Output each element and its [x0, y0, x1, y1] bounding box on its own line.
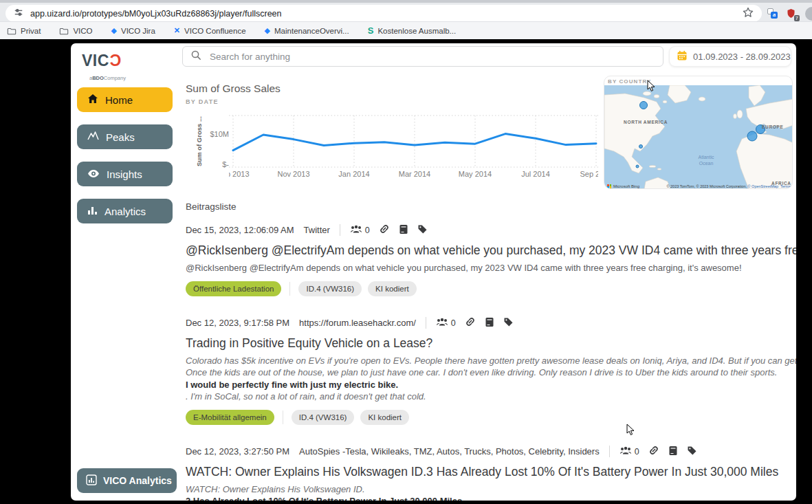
analytics-box-icon — [86, 474, 97, 487]
chart-title: Sum of Gross Sales — [186, 83, 281, 95]
x-tick-label: Jan 2014 — [327, 170, 382, 178]
x-tick-label: May 2014 — [448, 170, 503, 178]
bookmark-maintenance[interactable]: ◆ MaintenanceOvervi... — [265, 26, 349, 35]
people-count: 0 — [365, 226, 370, 235]
browser-chrome: app.uizard.io/prototypes/bM0yoLjx03uRdz6… — [0, 0, 812, 39]
map-bubble-france[interactable] — [747, 131, 757, 141]
post-excerpt: @RickIsenberg @ElectrifyAm depends on wh… — [186, 262, 796, 274]
x-tick-label: Nov 2013 — [266, 170, 321, 178]
post-source[interactable]: https://forum.leasehackr.com/ — [299, 318, 416, 328]
post-title[interactable]: Trading in Positive Equity Vehicle on a … — [186, 336, 796, 351]
date-range-picker[interactable]: 01.09.2023 - 28.09.2023 — [669, 46, 791, 67]
bookmark-star-icon[interactable] — [743, 7, 754, 21]
post-tags: Öffentliche Ladestation ID.4 (VW316) KI … — [186, 281, 796, 296]
diamond-icon: ◆ — [265, 26, 270, 35]
sidebar-item-insights[interactable]: Insights — [77, 162, 173, 186]
post-excerpt: . I'm in SoCal, so not a lot of rain, an… — [186, 391, 796, 402]
bookmark-vico[interactable]: VICO — [59, 27, 92, 35]
sidebar-item-home[interactable]: Home — [77, 87, 173, 112]
peaks-icon — [87, 131, 99, 143]
divider — [426, 317, 426, 329]
jira-diamond-icon: ◆ — [111, 26, 117, 35]
post-excerpt: WATCH: Owner Explains His Volkswagen ID. — [186, 483, 796, 495]
extension-shield-icon[interactable]: 7 — [786, 8, 797, 19]
map-bubble-usa[interactable] — [639, 145, 643, 149]
post-excerpt-highlight: 3 Has Already Lost 10% Of It's Battery P… — [186, 495, 796, 501]
list-item: Dec 12, 2023, 9:17:58 PM https://forum.l… — [186, 316, 796, 425]
bookmark-privat[interactable]: Privat — [7, 27, 41, 35]
divider — [289, 282, 290, 296]
avatar[interactable] — [805, 7, 812, 21]
map-bubble-mexico[interactable] — [636, 165, 639, 168]
post-meta: Dec 15, 2023, 12:06:09 AM Twitter 0 — [186, 223, 796, 237]
map-terms-link[interactable]: Terms — [780, 184, 791, 188]
link-icon[interactable] — [465, 316, 476, 329]
extension-icons: a 7 — [767, 5, 812, 22]
microsoft-logo-icon — [607, 184, 611, 188]
book-icon[interactable] — [485, 317, 494, 329]
post-title[interactable]: @RickIsenberg @ElectrifyAm depends on wh… — [186, 243, 796, 258]
tag-chip[interactable]: KI kodiert — [360, 410, 409, 425]
post-tags: E-Mobilität allgemein ID.4 (VW316) KI ko… — [186, 410, 796, 425]
bookmarks-bar: Privat VICO ◆ VICO Jira ✕ VICO Confluenc… — [0, 21, 812, 39]
post-source[interactable]: AutoSpies -Tesla, Wikileaks, TMZ, Autos,… — [299, 446, 600, 457]
map-bubble-canada[interactable] — [640, 102, 648, 109]
map-attribution: © 2023 TomTom, © 2023 Microsoft Corporat… — [666, 184, 791, 188]
by-country-map-card[interactable]: BY COUNTRY NORTH AMERICA — [604, 76, 793, 189]
divider — [283, 410, 283, 424]
vico-app-window: VICC a BDO Company Home Peaks Insights A… — [71, 43, 796, 501]
list-item: Dec 15, 2023, 12:06:09 AM Twitter 0 @Ric… — [186, 223, 796, 296]
tag-icon[interactable] — [687, 446, 697, 458]
tag-chip[interactable]: Öffentliche Ladestation — [186, 281, 281, 296]
chart-subtitle: BY DATE — [186, 98, 219, 105]
tag-icon[interactable] — [503, 317, 514, 329]
date-range-text: 01.09.2023 - 28.09.2023 — [693, 52, 791, 62]
post-meta: Dec 12, 2023, 9:17:58 PM https://forum.l… — [186, 316, 796, 329]
sidebar-footer-vico-analytics[interactable]: VICO Analytics — [77, 468, 177, 493]
world-map[interactable]: NORTH AMERICA EUROPE AFRICA AtlanticOcea… — [604, 85, 793, 189]
x-tick-label: Sep 2013 — [229, 170, 261, 178]
search-input[interactable] — [208, 51, 655, 63]
people-icon[interactable] — [436, 317, 448, 329]
tag-chip[interactable]: ID.4 (VW316) — [298, 281, 362, 296]
map-title: BY COUNTRY — [608, 78, 651, 85]
sidebar-item-analytics[interactable]: Analytics — [77, 199, 173, 223]
region-label-europe: EUROPE — [762, 124, 784, 129]
link-icon[interactable] — [379, 223, 390, 237]
ocean-label: AtlanticOcean — [692, 154, 720, 166]
home-icon — [87, 94, 98, 106]
posts-heading: Beitragsliste — [186, 201, 237, 212]
post-meta: Dec 12, 2023, 3:27:50 PM AutoSpies -Tesl… — [186, 445, 796, 458]
bookmark-vico-confluence[interactable]: ✕ VICO Confluence — [174, 26, 246, 35]
people-icon[interactable] — [350, 224, 362, 236]
translate-icon[interactable]: a — [767, 8, 778, 19]
post-source[interactable]: Twitter — [304, 225, 330, 235]
people-count: 0 — [451, 318, 456, 328]
book-icon[interactable] — [399, 224, 408, 237]
post-title[interactable]: WATCH: Owner Explains His Volkswagen ID.… — [186, 465, 796, 479]
divider — [340, 224, 340, 236]
address-bar[interactable]: app.uizard.io/prototypes/bM0yoLjx03uRdz6… — [6, 5, 762, 22]
tag-chip[interactable]: E-Mobilität allgemein — [186, 410, 274, 425]
site-settings-icon[interactable] — [14, 8, 23, 20]
post-actions: 0 — [350, 223, 428, 237]
vico-logo: VICC a BDO Company — [82, 53, 133, 86]
bar-chart-icon — [87, 206, 98, 217]
bing-logo: Microsoft Bing — [607, 184, 639, 188]
logo-o-mark: C — [109, 53, 121, 69]
tag-icon[interactable] — [417, 224, 428, 237]
search-bar[interactable] — [182, 46, 663, 67]
book-icon[interactable] — [668, 446, 678, 458]
tag-chip[interactable]: KI kodiert — [368, 281, 417, 296]
people-icon[interactable] — [619, 446, 632, 457]
sidebar-item-peaks[interactable]: Peaks — [77, 124, 173, 149]
bookmark-vico-jira[interactable]: ◆ VICO Jira — [111, 26, 155, 35]
bookmark-kostenlose[interactable]: S Kostenlose Ausmalb... — [368, 25, 456, 36]
x-tick-label: Jul 2014 — [508, 170, 563, 178]
y-tick-zero: $- — [200, 160, 229, 168]
list-item: Dec 12, 2023, 3:27:50 PM AutoSpies -Tesl… — [186, 445, 796, 501]
post-excerpt: Colorado has $5k incentive on EVs if you… — [186, 355, 796, 366]
calendar-icon — [677, 50, 688, 63]
link-icon[interactable] — [648, 445, 659, 458]
tag-chip[interactable]: ID.4 (VW316) — [292, 410, 355, 425]
